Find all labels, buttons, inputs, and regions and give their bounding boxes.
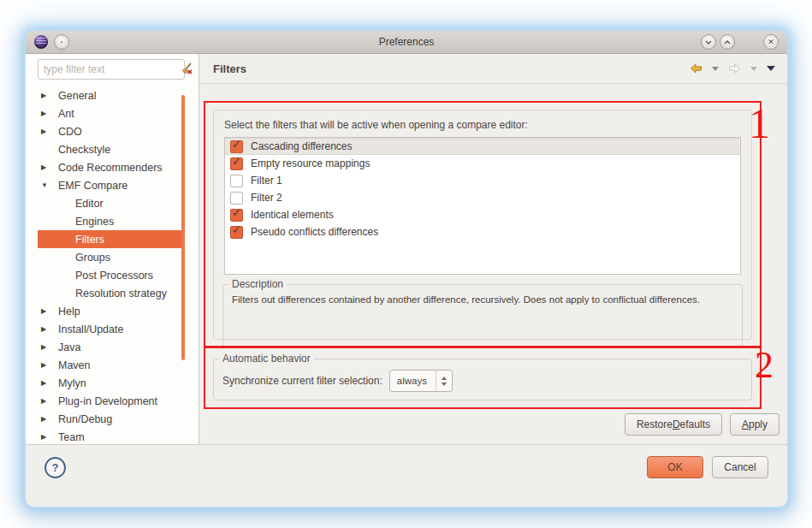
back-history-dropdown-icon[interactable] <box>712 67 719 71</box>
tree-item-label: Mylyn <box>58 377 86 389</box>
synchronize-label: Synchronize current filter selection: <box>222 375 382 387</box>
tree-item[interactable]: Ant <box>38 104 185 122</box>
close-button[interactable]: ✕ <box>763 34 779 50</box>
tree-expander-icon[interactable] <box>41 361 58 369</box>
tree-item-label: EMF Compare <box>58 180 127 192</box>
tree-expander-icon[interactable] <box>41 163 58 171</box>
ok-button[interactable]: OK <box>647 456 703 478</box>
page-title: Filters <box>213 62 246 75</box>
shade-button[interactable] <box>701 34 716 50</box>
tree-item-label: General <box>58 90 96 102</box>
tree-item[interactable]: Java <box>38 338 185 356</box>
tree-item[interactable]: Groups <box>38 248 185 266</box>
spinner-up-icon[interactable] <box>442 377 447 380</box>
filter-list-item[interactable]: Filter 2 <box>225 189 740 206</box>
maximize-button[interactable] <box>720 34 735 50</box>
tree-item[interactable]: Resolution strategy <box>38 284 185 302</box>
tree-item-label: Maven <box>58 359 91 371</box>
clear-filter-broom-icon[interactable] <box>180 62 193 76</box>
filter-text-input[interactable] <box>39 63 180 75</box>
tree-item[interactable]: EMF Compare <box>38 176 185 194</box>
filter-list-item[interactable]: Pseudo conflicts differences <box>225 223 740 240</box>
synchronize-combo[interactable]: always <box>389 370 453 392</box>
tree-item-label: Editor <box>75 198 104 210</box>
automatic-behavior-group: Automatic behavior Synchronize current f… <box>213 353 752 400</box>
filter-checkbox-icon[interactable] <box>230 209 243 222</box>
filter-checkbox-icon[interactable] <box>230 157 243 170</box>
tree-item-label: Java <box>58 341 80 353</box>
annotation-number-1: 1 <box>749 102 770 145</box>
tree-expander-icon[interactable] <box>41 128 58 135</box>
tree-item[interactable]: Editor <box>38 194 185 212</box>
tree-item[interactable]: General <box>38 86 185 104</box>
tree-expander-icon[interactable] <box>41 92 58 99</box>
tree-item[interactable]: Help <box>38 302 185 320</box>
eclipse-logo-icon <box>34 35 48 49</box>
tree-item-label: CDO <box>58 126 82 138</box>
tree-item[interactable]: Filters <box>38 230 185 248</box>
tree-item-label: Help <box>58 306 80 317</box>
help-button[interactable]: ? <box>44 457 66 478</box>
titlebar[interactable]: Preferences ✕ <box>26 31 787 54</box>
filter-checkbox-list[interactable]: Cascading differences Empty resource map… <box>224 137 741 275</box>
tree-item[interactable]: Engines <box>38 212 185 230</box>
select-filters-label: Select the filters that will be active w… <box>224 119 528 131</box>
tree-item[interactable]: Team <box>38 428 185 444</box>
tree-item-label: Plug-in Development <box>58 395 157 407</box>
tree-item[interactable]: Plug-in Development <box>38 392 185 410</box>
question-mark-icon: ? <box>52 461 59 474</box>
close-x-icon: ✕ <box>768 39 774 46</box>
preferences-tree: General Ant CDO Checkstyle Code <box>38 86 185 444</box>
description-group: Description Filters out differences cont… <box>222 278 743 347</box>
apply-button[interactable]: Apply <box>730 413 779 436</box>
tree-item[interactable]: Install/Update <box>38 320 185 338</box>
filters-group: Select the filters that will be active w… <box>213 110 752 340</box>
tree-item[interactable]: Run/Debug <box>38 410 185 428</box>
tree-expander-icon[interactable] <box>41 343 58 351</box>
view-menu-dropdown-icon[interactable] <box>767 66 775 71</box>
tree-expander-icon[interactable] <box>41 433 58 441</box>
forward-arrow-icon[interactable] <box>728 63 741 74</box>
filter-checkbox-icon[interactable] <box>230 226 243 239</box>
window-menu-button[interactable] <box>54 34 69 50</box>
window-title: Preferences <box>26 36 787 48</box>
tree-item-label: Filters <box>75 234 104 246</box>
preferences-dialog: Preferences ✕ <box>26 31 787 507</box>
tree-expander-icon[interactable] <box>41 325 58 333</box>
filter-item-label: Identical elements <box>251 209 334 221</box>
tree-expander-icon[interactable] <box>41 397 58 405</box>
chevron-up-icon <box>724 40 731 44</box>
tree-expander-icon[interactable] <box>41 181 58 189</box>
tree-item[interactable]: Maven <box>38 356 185 374</box>
filter-checkbox-icon[interactable] <box>230 192 243 205</box>
tree-item[interactable]: CDO <box>38 122 185 140</box>
page-header: Filters <box>199 54 787 84</box>
sidebar-scrollbar-thumb[interactable] <box>181 95 185 360</box>
tree-expander-icon[interactable] <box>41 415 58 423</box>
tree-item[interactable]: Mylyn <box>38 374 185 392</box>
restore-defaults-button[interactable]: Restore Defaults <box>625 413 722 436</box>
tree-item[interactable]: Code Recommenders <box>38 158 185 176</box>
tree-expander-icon[interactable] <box>41 110 58 117</box>
tree-item-label: Ant <box>58 108 74 120</box>
description-group-title: Description <box>228 278 287 290</box>
cancel-button[interactable]: Cancel <box>712 456 768 478</box>
filter-checkbox-icon[interactable] <box>230 140 243 153</box>
filter-list-item[interactable]: Empty resource mappings <box>225 155 740 172</box>
spinner-down-icon[interactable] <box>442 383 447 386</box>
tree-item-label: Run/Debug <box>58 413 112 425</box>
tree-expander-icon[interactable] <box>41 379 58 387</box>
filter-list-item[interactable]: Cascading differences <box>225 138 740 155</box>
filter-list-item[interactable]: Filter 1 <box>225 172 740 189</box>
forward-history-dropdown-icon[interactable] <box>750 67 757 71</box>
tree-item[interactable]: Post Processors <box>38 266 185 284</box>
tree-expander-icon[interactable] <box>41 307 58 315</box>
tree-item-label: Checkstyle <box>58 144 110 156</box>
tree-item[interactable]: Checkstyle <box>38 140 185 158</box>
synchronize-value: always <box>390 376 436 386</box>
back-arrow-icon[interactable] <box>690 63 702 74</box>
filter-checkbox-icon[interactable] <box>230 175 243 187</box>
filter-list-item[interactable]: Identical elements <box>225 206 740 223</box>
spinner-arrows[interactable] <box>436 371 452 391</box>
filter-text-box[interactable] <box>38 59 185 80</box>
